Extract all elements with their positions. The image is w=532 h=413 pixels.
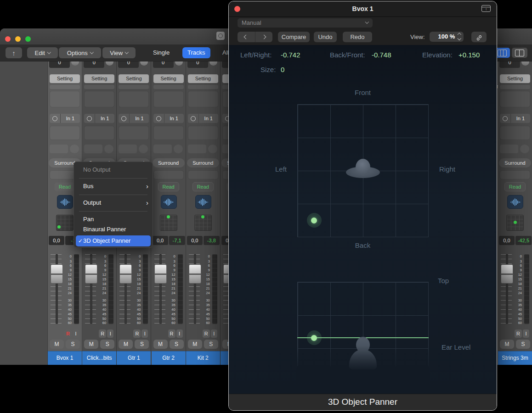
send-knob[interactable] — [520, 145, 529, 153]
eq-slot[interactable] — [153, 91, 184, 107]
eq-slot[interactable] — [119, 91, 149, 107]
close-button[interactable] — [5, 36, 11, 42]
send-slot[interactable] — [188, 145, 206, 153]
compare-button[interactable]: Compare — [278, 32, 310, 42]
pan-mini-grid[interactable] — [56, 215, 74, 231]
solo-button[interactable]: S — [204, 340, 218, 349]
record-enable-button[interactable]: R — [168, 329, 175, 338]
automation-mode-button[interactable]: Read — [54, 182, 75, 191]
send-knob[interactable] — [208, 145, 217, 153]
record-enable-button[interactable]: R — [64, 329, 72, 338]
hide-mixer-button[interactable]: ↑ — [6, 47, 22, 58]
zoom-button[interactable] — [25, 36, 31, 42]
send-slot[interactable] — [500, 145, 518, 153]
channel-name[interactable]: Gtr 2 — [152, 351, 186, 365]
input-monitor-button[interactable]: I — [107, 329, 113, 338]
send-knob[interactable] — [104, 145, 113, 153]
db-peak-value[interactable]: -3,8 — [204, 236, 220, 245]
previous-preset-button[interactable] — [238, 32, 255, 42]
input-monitor-button[interactable]: I — [211, 329, 217, 338]
track-waveform-icon[interactable] — [57, 195, 73, 209]
channel-name[interactable]: Bvox 1 — [48, 351, 82, 365]
tab-tracks[interactable]: Tracks — [182, 47, 210, 58]
send-slot[interactable] — [84, 145, 102, 153]
undo-button[interactable]: Undo — [314, 32, 337, 42]
setting-button[interactable]: Setting — [84, 74, 114, 83]
gain-knob[interactable] — [175, 61, 183, 66]
record-enable-button[interactable]: R — [515, 329, 522, 338]
automation-mode-button[interactable]: Read — [504, 182, 526, 191]
mute-button[interactable]: M — [119, 340, 133, 349]
menu-item-no-output[interactable]: No Output — [74, 165, 153, 175]
gain-knob[interactable] — [209, 61, 217, 66]
param-value[interactable]: +0.150 — [458, 51, 480, 59]
menu-item-pan[interactable]: Pan — [74, 214, 153, 224]
group-slot[interactable] — [188, 170, 218, 179]
next-preset-button[interactable] — [255, 32, 273, 42]
menu-button-edit[interactable]: Edit — [27, 47, 58, 58]
fader-cap[interactable] — [85, 264, 97, 284]
gain-knob[interactable] — [71, 61, 79, 66]
send-knob[interactable] — [70, 145, 79, 153]
mute-button[interactable]: M — [153, 340, 168, 349]
tab-single[interactable]: Single — [148, 47, 175, 58]
send-slot[interactable] — [50, 145, 68, 153]
fader-cap[interactable] — [154, 264, 167, 284]
solo-button[interactable]: S — [135, 340, 149, 349]
solo-button[interactable]: S — [66, 340, 80, 349]
eq-slot[interactable] — [188, 91, 218, 107]
db-peak-value[interactable]: -42,5 — [515, 236, 532, 245]
menu-button-options[interactable]: Options — [59, 47, 101, 58]
mute-button[interactable]: M — [188, 340, 202, 349]
solo-button[interactable]: S — [516, 340, 530, 349]
output-button[interactable]: Surround — [499, 158, 531, 167]
group-slot[interactable] — [500, 170, 530, 179]
volume-value-box[interactable]: 0 — [499, 61, 520, 68]
setting-button[interactable]: Setting — [50, 74, 80, 83]
mute-button[interactable]: M — [500, 340, 514, 349]
setting-button[interactable]: Setting — [188, 74, 218, 83]
input-monitor-button[interactable]: I — [141, 329, 148, 338]
eq-slot[interactable] — [84, 91, 114, 107]
input-monitor-button[interactable]: I — [176, 329, 183, 338]
redo-button[interactable]: Redo — [343, 32, 372, 42]
link-button[interactable] — [471, 32, 487, 42]
input-slot[interactable]: In 1 — [153, 114, 184, 123]
channel-name[interactable]: Strings 3m — [498, 351, 532, 365]
record-enable-button[interactable]: R — [203, 329, 210, 338]
volume-value-box[interactable]: 0 — [49, 61, 70, 68]
pan-mini-grid[interactable] — [160, 215, 177, 231]
fader-cap[interactable] — [501, 264, 513, 284]
solo-button[interactable]: S — [100, 340, 114, 349]
send-knob[interactable] — [174, 145, 183, 153]
audio-fx-slot[interactable] — [119, 126, 149, 140]
input-slot[interactable]: In 1 — [500, 114, 530, 123]
audio-fx-slot[interactable] — [84, 126, 114, 140]
setting-button[interactable]: Setting — [119, 74, 149, 83]
db-value[interactable]: 0,0 — [49, 236, 64, 245]
input-monitor-button[interactable]: I — [523, 329, 529, 338]
gain-knob[interactable] — [140, 61, 148, 66]
track-waveform-icon[interactable] — [195, 195, 211, 209]
record-enable-button[interactable]: R — [133, 329, 141, 338]
output-button[interactable]: Surround — [187, 158, 219, 167]
audio-fx-slot[interactable] — [50, 126, 80, 140]
mute-button[interactable]: M — [84, 340, 98, 349]
send-knob[interactable] — [139, 145, 148, 153]
volume-value-box[interactable]: 0 — [187, 61, 208, 68]
open-in-window-icon[interactable]: ↑ — [481, 5, 491, 12]
param-value[interactable]: -0.748 — [372, 51, 391, 59]
menu-item-3d-object-panner[interactable]: ✓3D Object Panner — [76, 235, 151, 246]
automation-mode-button[interactable]: Read — [158, 182, 179, 191]
fader-cap[interactable] — [51, 264, 63, 284]
input-slot[interactable]: In 1 — [84, 114, 114, 123]
mute-button[interactable]: M — [50, 340, 64, 349]
channel-name[interactable]: Gtr 1 — [117, 351, 151, 365]
track-waveform-icon[interactable] — [161, 195, 177, 209]
preset-select[interactable]: Manual — [238, 18, 373, 28]
automation-mode-button[interactable]: Read — [192, 182, 214, 191]
fader-cap[interactable] — [189, 264, 201, 284]
send-slot[interactable] — [119, 145, 137, 153]
input-slot[interactable]: In 1 — [50, 114, 80, 123]
setting-button[interactable]: Setting — [153, 74, 184, 83]
